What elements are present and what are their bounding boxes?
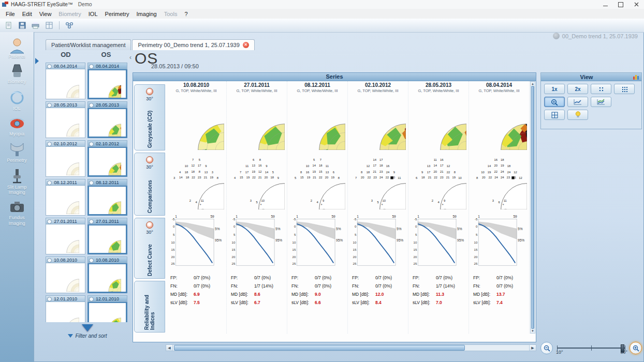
sidebar-item-perimetry[interactable]: Perimetry: [1, 141, 34, 163]
thumbnail-od[interactable]: 08.04.2014: [46, 63, 85, 99]
thumbnail-od[interactable]: 27.01.2011: [46, 218, 85, 254]
maximize-button[interactable]: [613, 0, 628, 9]
tab-perimetry[interactable]: Perimetry 00_Demo trend 1, 25.07.1939 ✕: [132, 39, 254, 50]
thumbnail-radio[interactable]: [89, 180, 94, 185]
view-trend-button[interactable]: [567, 97, 588, 107]
comparisons-map[interactable]: 5 7 10 14 18 11 8 16 19 15 13 6 5 15 19 …: [289, 154, 345, 209]
greyscale-map[interactable]: [471, 94, 527, 150]
horizontal-scroll-thumb[interactable]: [174, 345, 465, 351]
close-button[interactable]: [628, 0, 644, 9]
menu-edit[interactable]: Edit: [19, 10, 36, 18]
defect-curve[interactable]: 1 59 -5 0 5 10 15 20 25 5% 95%: [229, 214, 284, 268]
view-2x-button[interactable]: 2x: [567, 84, 588, 94]
greyscale-map[interactable]: [411, 94, 466, 150]
exam-column[interactable]: 08.04.2014 G, TOP, White/White, III 16 1…: [469, 81, 530, 334]
greyscale-map[interactable]: [289, 94, 345, 150]
defect-curve[interactable]: 1 59 -5 0 5 10 15 20 25 5% 95%: [290, 214, 345, 268]
filter-and-sort-button[interactable]: Filter and sort: [46, 333, 129, 339]
thumbnail-od[interactable]: 02.10.2012: [46, 140, 85, 177]
view-single-exam-button[interactable]: [544, 97, 565, 107]
thumbnail-radio[interactable]: [47, 64, 52, 69]
view-tips-button[interactable]: [567, 110, 588, 120]
thumbnail-os[interactable]: 28.05.2013: [87, 101, 127, 138]
view-grid-3x3-button[interactable]: [614, 84, 635, 94]
series-vertical-scrollbar[interactable]: ▲ ▼: [530, 81, 535, 334]
thumbnail-radio[interactable]: [47, 103, 52, 108]
comparisons-map[interactable]: 16 18 14 20 19 18 10 19 22 24 24 12 8 20…: [471, 154, 527, 209]
thumbnail-od[interactable]: 08.12.2011: [46, 179, 85, 216]
scroll-left-arrow[interactable]: ◀: [166, 345, 173, 351]
menu-perimetry[interactable]: Perimetry: [101, 10, 133, 18]
view-overview-button[interactable]: [544, 110, 565, 120]
menu-help[interactable]: ?: [181, 10, 191, 18]
scroll-right-arrow[interactable]: ▶: [529, 345, 536, 351]
thumbnail-os[interactable]: 27.01.2011: [87, 218, 127, 254]
scroll-down-arrow[interactable]: [82, 324, 93, 331]
thumbnail-panel-expander[interactable]: [35, 58, 39, 64]
greyscale-map[interactable]: [168, 94, 224, 150]
row-radio-button[interactable]: [146, 221, 153, 229]
save-button[interactable]: [17, 20, 28, 31]
thumbnail-od[interactable]: 28.05.2013: [46, 101, 85, 138]
greyscale-map[interactable]: [229, 94, 285, 150]
sidebar-item-iol[interactable]: IOL: [1, 89, 34, 111]
thumbnail-radio[interactable]: [89, 103, 94, 108]
sidebar-item-myopia[interactable]: Myopia: [1, 116, 34, 137]
exam-column[interactable]: 10.08.2010 G, TOP, White/White, III 7 5 …: [166, 81, 227, 334]
thumbnail-radio[interactable]: [47, 142, 52, 146]
zoom-slider[interactable]: 10° 30°: [557, 343, 625, 353]
thumbnail-radio[interactable]: [89, 297, 94, 301]
collapse-arrow[interactable]: ‹: [129, 54, 131, 61]
new-document-button[interactable]: [3, 20, 14, 31]
thumbnail-radio[interactable]: [89, 64, 94, 69]
menu-tools[interactable]: Tools: [160, 10, 181, 18]
thumbnail-radio[interactable]: [47, 258, 52, 263]
thumbnail-radio[interactable]: [47, 219, 52, 224]
sidebar-item-fundus[interactable]: Fundus Imaging: [1, 200, 34, 226]
thumbnail-os[interactable]: 08.12.2011: [87, 179, 127, 216]
sidebar-item-slit-lamp[interactable]: Slit Lamp Imaging: [1, 168, 34, 195]
sidebar-item-biometry[interactable]: Biometry: [1, 64, 34, 84]
comparisons-map[interactable]: 14 17 12 17 18 16 8 18 21 23 24 9 7 20 2…: [350, 154, 406, 209]
series-horizontal-scrollbar[interactable]: ◀ ▶: [166, 344, 536, 351]
row-radio-button[interactable]: [146, 156, 153, 163]
series-row-tab[interactable]: 30° Greyscale (CO): [134, 84, 165, 150]
thumbnail-os[interactable]: 10.08.2010: [87, 257, 127, 293]
zoom-out-button[interactable]: [540, 342, 553, 354]
thumbnail-radio[interactable]: [89, 142, 94, 146]
workflow-button[interactable]: [64, 20, 75, 31]
exam-column[interactable]: 28.05.2013 G, TOP, White/White, III 11 1…: [408, 81, 469, 334]
vertical-scroll-thumb[interactable]: [531, 86, 534, 329]
thumbnail-od[interactable]: 10.08.2010: [46, 257, 85, 293]
series-row-tab[interactable]: 30° Comparisons: [134, 153, 165, 216]
comparisons-map[interactable]: 6 8 11 13 16 9 7 17 19 12 14 5 4 15 19 2…: [229, 154, 285, 209]
series-row-tab[interactable]: Reliability and Indices: [134, 281, 165, 333]
menu-biometry[interactable]: Biometry: [55, 10, 84, 18]
menu-imaging[interactable]: Imaging: [133, 10, 160, 18]
menu-view[interactable]: View: [36, 10, 55, 18]
exam-column[interactable]: 02.10.2012 G, TOP, White/White, III 14 1…: [348, 81, 408, 334]
exam-column[interactable]: 08.12.2011 G, TOP, White/White, III 5 7 …: [287, 81, 348, 334]
scroll-down-arrow[interactable]: ▼: [531, 329, 535, 333]
thumbnail-od[interactable]: 12.01.2010: [46, 295, 85, 322]
defect-curve[interactable]: 1 59 -5 0 5 10 15 20 25 5% 95%: [472, 214, 526, 268]
exam-column[interactable]: 27.01.2011 G, TOP, White/White, III 6 8 …: [227, 81, 287, 334]
defect-curve[interactable]: 1 59 -5 0 5 10 15 20 25 5% 95%: [350, 214, 405, 268]
view-grid-2x2-button[interactable]: [591, 84, 611, 94]
tab-patient-worklist[interactable]: Patient/Worklist management: [46, 39, 131, 50]
row-radio-button[interactable]: [146, 88, 153, 95]
minimize-button[interactable]: [597, 0, 613, 9]
menu-file[interactable]: File: [2, 10, 19, 18]
print-button[interactable]: [30, 20, 41, 31]
thumbnail-os[interactable]: 02.10.2012: [87, 140, 127, 177]
thumbnail-radio[interactable]: [47, 297, 52, 301]
view-settings-button[interactable]: [632, 74, 640, 80]
sidebar-item-patients[interactable]: Patients: [1, 37, 34, 59]
view-trend-multi-button[interactable]: [591, 97, 611, 107]
greyscale-map[interactable]: [350, 94, 406, 150]
thumbnail-os[interactable]: 08.04.2014: [87, 63, 127, 99]
defect-curve[interactable]: 1 59 -5 0 5 10 15 20 25 5% 95%: [169, 214, 224, 268]
zoom-in-button[interactable]: [630, 342, 642, 354]
view-1x-button[interactable]: 1x: [544, 84, 565, 94]
comparisons-map[interactable]: 7 5 10 12 17 9 4 18 18 8 13 3 3 14 18 22: [168, 154, 224, 209]
